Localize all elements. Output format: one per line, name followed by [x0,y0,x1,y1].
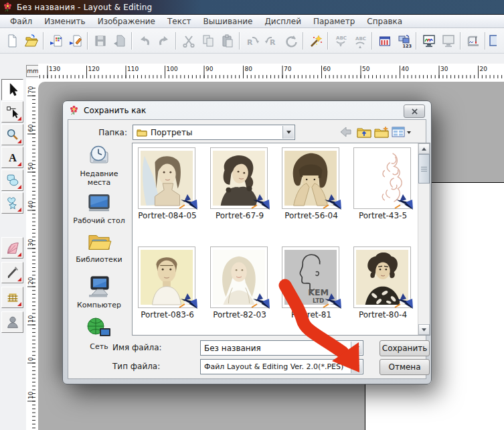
rotate-left-button[interactable]: R [242,30,262,52]
zoom-tool-button[interactable] [1,124,23,145]
place-desktop[interactable]: Рабочий стол [68,192,130,225]
file-thumbnail[interactable] [138,246,195,308]
text-arc-down-button[interactable]: ABC [331,30,350,52]
recent-places-icon [86,144,112,167]
import-design-icon [49,33,64,48]
scrollbar-thumb[interactable] [418,154,430,184]
svg-text:30: 30 [27,238,34,246]
thread-palette-button[interactable] [375,30,394,52]
save-button[interactable]: Сохранить [380,340,430,356]
dialog-title: Сохранить как [84,106,146,115]
scroll-up-button[interactable] [418,143,430,154]
rotate-any-button[interactable] [281,30,301,52]
magnifier-icon [5,127,20,142]
text-arc-up-button[interactable]: ABC [350,30,369,52]
new-folder-button[interactable] [373,124,390,140]
file-thumbnail[interactable] [210,147,268,209]
dialog-title-bar[interactable]: Сохранить как [63,101,431,119]
app-flower-icon [3,2,13,12]
folder-icon [137,128,147,137]
dialog-close-button[interactable] [404,104,425,118]
export-button[interactable] [110,30,129,52]
network-icon [86,317,112,340]
select-tool-button[interactable] [1,79,23,100]
menu-image[interactable]: Изображение [92,15,161,27]
file-thumbnail[interactable]: KEMLTD [282,246,339,308]
punch-pen-icon [5,265,20,280]
save-as-dialog: Сохранить как Папка: Портреты Недавние м… [62,100,432,384]
redo-button[interactable] [154,30,173,52]
file-name-label[interactable]: Portret-43-5 [348,211,418,220]
file-name-dropdown-button[interactable] [351,342,362,354]
folder-dropdown-button[interactable] [282,126,294,139]
menu-file[interactable]: Файл [4,15,38,27]
undo-button[interactable] [135,30,154,52]
scroll-down-button[interactable] [418,324,430,335]
file-thumbnail[interactable] [138,147,195,209]
rotate-any-icon [284,33,299,48]
menu-sew[interactable]: Вышивание [197,15,259,27]
open-file-icon [24,33,39,48]
menu-display[interactable]: Дисплей [258,15,307,27]
magic-wand-button[interactable] [306,30,325,52]
file-name-input[interactable]: Без названия [200,340,363,356]
place-computer[interactable]: Компьютер [68,275,130,309]
place-recent[interactable]: Недавние места [68,144,130,187]
file-thumbnail[interactable] [353,246,411,308]
copy-button[interactable] [198,30,218,52]
svg-text:70: 70 [27,86,34,94]
menu-text[interactable]: Текст [161,15,197,27]
sewing-order-button[interactable]: 123 [394,30,414,52]
file-thumbnail[interactable] [210,246,268,308]
cancel-button[interactable]: Отмена [380,359,430,375]
menu-option[interactable]: Параметр [307,15,361,27]
clipped-toolbar-button[interactable] [488,30,497,52]
cut-button[interactable] [179,30,198,52]
svg-text:50: 50 [362,66,370,72]
file-name-label[interactable]: Portret-67-9 [205,211,274,220]
file-name-label[interactable]: Portret-80-4 [348,310,418,319]
file-name-label[interactable]: Portret-81 [276,310,346,319]
file-thumbnail[interactable] [353,147,411,209]
portrait-tool-button[interactable] [1,311,23,333]
menu-help[interactable]: Справка [361,15,408,27]
vertical-ruler: 70605040302010010 [26,78,36,430]
motifs-tool-button[interactable] [1,192,23,214]
text-tool-button[interactable]: A [1,147,23,168]
svg-text:70: 70 [284,66,292,72]
rotate-right-button[interactable]: R [262,30,281,52]
paste-button[interactable] [218,30,237,52]
place-libraries[interactable]: Библиотеки [68,231,130,264]
horizontal-ruler: 1301201101009080706050403020 [38,64,504,79]
up-one-level-button[interactable] [356,124,372,140]
folder-combobox[interactable]: Портреты [133,125,295,140]
file-name-label[interactable]: Portret-56-04 [276,211,346,220]
file-name-label[interactable]: Portret-083-6 [133,310,202,319]
point-edit-tool-button[interactable] [1,101,23,123]
fan-shape-tool-button[interactable] [1,237,23,259]
dialog-body: Папка: Портреты Недавние места Рабочий с… [68,119,426,379]
import-design-button[interactable] [46,30,66,52]
magic-wand-icon [309,33,323,48]
stamp-tool-button[interactable] [1,287,23,308]
view-menu-button[interactable] [391,124,412,140]
file-type-dropdown-button[interactable] [351,360,362,373]
new-document-button[interactable] [2,30,21,52]
file-name-label[interactable]: Portret-084-05 [133,211,202,220]
back-button[interactable] [337,124,353,140]
stitch-simulator-button[interactable] [463,30,483,52]
realistic-view-button[interactable] [419,30,438,52]
screen-preview-button[interactable] [438,30,458,52]
svg-text:40: 40 [402,66,410,72]
save-button[interactable] [90,30,110,52]
file-type-select[interactable]: Файл Layout & Editing Ver. 2.0(*.PES) [200,359,363,374]
file-thumbnail[interactable] [282,147,339,209]
file-name-label[interactable]: Portret-82-03 [205,310,274,319]
menu-edit[interactable]: Изменить [38,15,92,27]
manual-punch-tool-button[interactable] [1,262,23,283]
shapes-tool-button[interactable] [1,169,23,191]
import-image-button[interactable] [66,30,85,52]
open-file-button[interactable] [21,30,41,52]
dialog-flower-icon [69,105,79,115]
text-arc-up-icon: ABC [353,33,367,48]
